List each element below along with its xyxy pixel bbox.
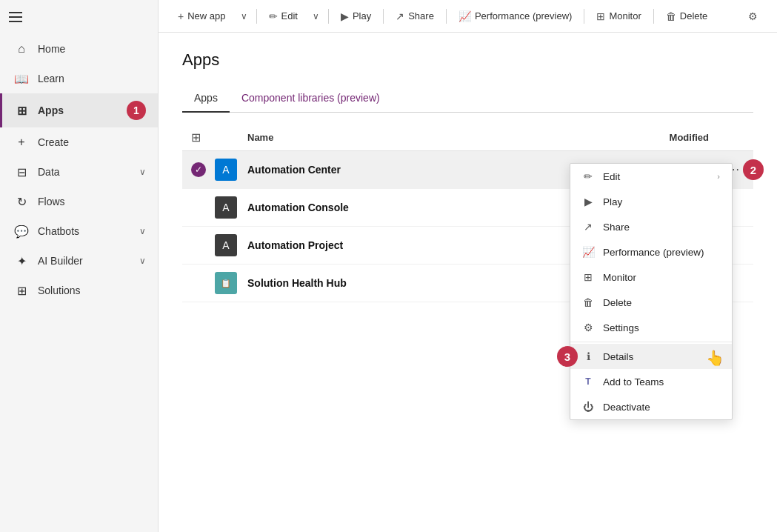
new-app-chevron[interactable]: ∨ [236, 7, 252, 26]
chevron-right-icon: › [717, 172, 720, 181]
sidebar-item-learn[interactable]: 📖 Learn [0, 64, 158, 93]
sidebar-item-home[interactable]: ⌂ Home [0, 34, 158, 64]
menu-item-deactivate[interactable]: ⏻ Deactivate [570, 394, 732, 419]
app-icon-wrapper: A [215, 196, 247, 219]
menu-item-settings[interactable]: ⚙ Settings [570, 315, 732, 340]
sidebar: ⌂ Home 📖 Learn ⊞ Apps 1 + Create ⊟ Data … [0, 0, 159, 532]
toolbar-separator-2 [328, 9, 329, 24]
settings-button[interactable]: ⚙ [741, 6, 765, 27]
table-sort-icon: ⊞ [191, 131, 201, 144]
menu-item-label: Performance (preview) [603, 247, 704, 258]
sidebar-item-label: Apps [38, 104, 118, 116]
new-app-label: New app [187, 10, 225, 21]
apps-icon: ⊞ [14, 103, 29, 118]
edit-chevron[interactable]: ∨ [308, 7, 324, 26]
table-header: ⊞ Name Modified [182, 124, 753, 151]
info-icon: ℹ [582, 350, 594, 362]
sidebar-nav: ⌂ Home 📖 Learn ⊞ Apps 1 + Create ⊟ Data … [0, 34, 158, 532]
sidebar-item-label: Data [38, 166, 130, 178]
share-label: Share [408, 10, 434, 21]
sidebar-item-data[interactable]: ⊟ Data ∨ [0, 157, 158, 187]
sidebar-item-chatbots[interactable]: 💬 Chatbots ∨ [0, 216, 158, 246]
monitor-icon: ⊞ [596, 10, 605, 22]
sidebar-item-label: Chatbots [38, 225, 130, 237]
chevron-down-icon: ∨ [139, 256, 146, 266]
menu-item-performance[interactable]: 📈 Performance (preview) [570, 239, 732, 265]
check-circle-icon: ✓ [191, 162, 206, 177]
flows-icon: ↻ [14, 194, 29, 209]
menu-item-monitor[interactable]: ⊞ Monitor [570, 265, 732, 290]
sidebar-item-label: Solutions [38, 285, 146, 296]
sidebar-item-label: Flows [38, 196, 146, 207]
delete-label: Delete [680, 10, 708, 21]
toolbar-separator-3 [383, 9, 384, 24]
toolbar-separator-4 [446, 9, 447, 24]
menu-divider [570, 342, 732, 342]
menu-item-details[interactable]: 3 ℹ Details 👆 [570, 344, 732, 369]
share-button[interactable]: ↗ Share [388, 6, 441, 27]
app-icon: A [215, 159, 237, 181]
header-check: ⊞ [191, 130, 215, 144]
header-name: Name [247, 132, 605, 143]
menu-item-delete[interactable]: 🗑 Delete [570, 290, 732, 315]
menu-item-label: Add to Teams [603, 376, 664, 388]
step-badge-2: 2 [743, 159, 764, 180]
create-icon: + [14, 135, 29, 150]
sidebar-item-flows[interactable]: ↻ Flows [0, 187, 158, 216]
chatbots-icon: 💬 [14, 224, 29, 239]
app-icon-wrapper: 📋 [215, 272, 247, 294]
gear-icon: ⚙ [748, 10, 758, 22]
menu-item-label: Settings [603, 322, 639, 333]
chevron-down-icon: ∨ [139, 167, 146, 177]
sidebar-item-ai-builder[interactable]: ✦ AI Builder ∨ [0, 246, 158, 276]
menu-item-label: Play [603, 196, 622, 207]
play-button[interactable]: ▶ Play [333, 6, 379, 27]
sidebar-item-create[interactable]: + Create [0, 127, 158, 157]
menu-item-label: Monitor [603, 272, 636, 283]
tab-apps[interactable]: Apps [182, 84, 230, 113]
step-badge-3: 3 [557, 346, 578, 367]
performance-icon: 📈 [458, 10, 471, 22]
monitor-button[interactable]: ⊞ Monitor [589, 6, 648, 27]
delete-button[interactable]: 🗑 Delete [658, 6, 716, 27]
monitor-icon: ⊞ [582, 271, 594, 283]
sidebar-item-solutions[interactable]: ⊞ Solutions [0, 276, 158, 305]
toolbar-separator [256, 9, 257, 24]
edit-icon: ✏ [582, 170, 594, 182]
edit-label: Edit [281, 10, 298, 21]
context-menu: ✏ Edit › ▶ Play ↗ Share 📈 Performance (p… [570, 163, 733, 420]
menu-item-label: Share [603, 222, 630, 233]
menu-item-add-to-teams[interactable]: T Add to Teams [570, 369, 732, 394]
performance-button[interactable]: 📈 Performance (preview) [451, 6, 580, 27]
menu-item-share[interactable]: ↗ Share [570, 214, 732, 239]
menu-item-label: Delete [603, 297, 632, 308]
menu-item-edit[interactable]: ✏ Edit › [570, 164, 732, 189]
tab-component-libraries[interactable]: Component libraries (preview) [230, 84, 392, 113]
step-badge-1: 1 [127, 101, 146, 120]
play-icon: ▶ [582, 196, 594, 207]
delete-icon: 🗑 [582, 296, 594, 308]
play-label: Play [353, 10, 371, 21]
plus-icon: + [178, 10, 184, 22]
new-app-button[interactable]: + New app [170, 6, 233, 27]
menu-item-play[interactable]: ▶ Play [570, 189, 732, 214]
sidebar-item-label: Learn [38, 73, 146, 84]
cursor-hand: 👆 [706, 349, 724, 367]
main-content: + New app ∨ ✏ Edit ∨ ▶ Play ↗ Share 📈 Pe… [159, 0, 777, 532]
menu-item-label: Details [603, 351, 633, 362]
toolbar-separator-5 [584, 9, 584, 24]
hamburger-icon[interactable] [9, 12, 22, 22]
edit-icon: ✏ [269, 10, 278, 22]
app-icon-wrapper: A [215, 234, 247, 256]
sidebar-header [0, 0, 158, 34]
app-name: Automation Project [247, 239, 605, 251]
monitor-label: Monitor [609, 10, 641, 21]
tabs-bar: Apps Component libraries (preview) [182, 84, 753, 113]
edit-button[interactable]: ✏ Edit [261, 6, 305, 27]
app-icon-wrapper: A [215, 159, 247, 181]
sidebar-item-apps[interactable]: ⊞ Apps 1 [0, 93, 158, 127]
menu-item-label: Deactivate [603, 402, 650, 413]
app-name: Solution Health Hub [247, 277, 605, 289]
share-icon: ↗ [582, 221, 594, 233]
app-icon: A [215, 196, 237, 219]
